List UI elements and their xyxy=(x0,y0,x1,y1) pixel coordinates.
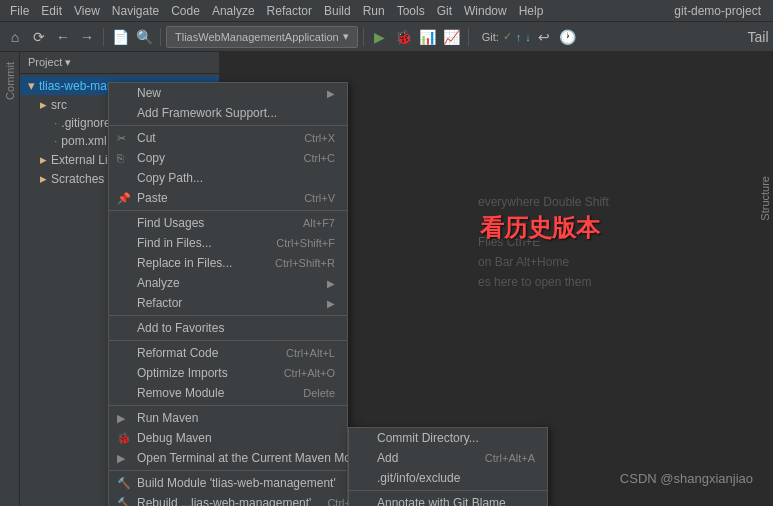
menu-refactor[interactable]: Refactor xyxy=(261,2,318,20)
menu-paste-label: Paste xyxy=(137,191,168,205)
menu-add-framework-label: Add Framework Support... xyxy=(137,106,277,120)
paste-icon: 📌 xyxy=(117,192,131,205)
menu-window[interactable]: Window xyxy=(458,2,513,20)
menu-add-favorites[interactable]: Add to Favorites xyxy=(109,318,347,338)
menu-reformat[interactable]: Reformat Code Ctrl+Alt+L xyxy=(109,343,347,363)
run-btn[interactable]: ▶ xyxy=(369,26,391,48)
find-files-shortcut: Ctrl+Shift+F xyxy=(276,237,335,249)
menu-new[interactable]: New ▶ xyxy=(109,83,347,103)
menu-replace-files[interactable]: Replace in Files... Ctrl+Shift+R xyxy=(109,253,347,273)
menu-copy-path-label: Copy Path... xyxy=(137,171,203,185)
menu-find-files[interactable]: Find in Files... Ctrl+Shift+F xyxy=(109,233,347,253)
sep-3 xyxy=(109,315,347,316)
git-exclude-label: .git/info/exclude xyxy=(377,471,460,485)
menu-find-files-label: Find in Files... xyxy=(137,236,212,250)
menu-refactor[interactable]: Refactor ▶ xyxy=(109,293,347,313)
git-add-shortcut: Ctrl+Alt+A xyxy=(485,452,535,464)
sep-4 xyxy=(109,340,347,341)
menu-paste[interactable]: 📌 Paste Ctrl+V xyxy=(109,188,347,208)
toolbar-sync-btn[interactable]: ⟳ xyxy=(28,26,50,48)
git-add[interactable]: Add Ctrl+Alt+A xyxy=(349,448,547,468)
menu-code[interactable]: Code xyxy=(165,2,206,20)
debug-btn[interactable]: 🐞 xyxy=(393,26,415,48)
coverage-btn[interactable]: 📊 xyxy=(417,26,439,48)
toolbar-redo-btn[interactable]: → xyxy=(76,26,98,48)
optimize-shortcut: Ctrl+Alt+O xyxy=(284,367,335,379)
menu-reformat-label: Reformat Code xyxy=(137,346,218,360)
profile-btn[interactable]: 📈 xyxy=(441,26,463,48)
menu-debug-maven[interactable]: 🐞 Debug Maven xyxy=(109,428,347,448)
build-icon: 🔨 xyxy=(117,477,131,490)
menu-file[interactable]: File xyxy=(4,2,35,20)
menu-cut[interactable]: ✂ Cut Ctrl+X xyxy=(109,128,347,148)
menu-analyze[interactable]: Analyze xyxy=(206,2,261,20)
menu-run-maven[interactable]: ▶ Run Maven xyxy=(109,408,347,428)
menu-remove-label: Remove Module xyxy=(137,386,224,400)
sep-1 xyxy=(109,125,347,126)
git-up-icon: ↑ xyxy=(516,31,522,43)
toolbar-home-btn[interactable]: ⌂ xyxy=(4,26,26,48)
git-status: Git: ✓ ↑ ↓ xyxy=(482,30,531,43)
menu-help[interactable]: Help xyxy=(513,2,550,20)
git-annotate[interactable]: Annotate with Git Blame xyxy=(349,493,547,506)
toolbar-sep-2 xyxy=(160,28,161,46)
main-context-menu: New ▶ Add Framework Support... ✂ Cut Ctr… xyxy=(108,82,348,506)
git-sep-1 xyxy=(349,490,547,491)
tail-btn[interactable]: Tail xyxy=(747,26,769,48)
analyze-arrow: ▶ xyxy=(327,278,335,289)
copy-icon: ⎘ xyxy=(117,152,124,164)
menu-new-label: New xyxy=(137,86,161,100)
remove-shortcut: Delete xyxy=(303,387,335,399)
reformat-shortcut: Ctrl+Alt+L xyxy=(286,347,335,359)
sep-5 xyxy=(109,405,347,406)
history-btn[interactable]: 🕐 xyxy=(557,26,579,48)
window-title: git-demo-project xyxy=(674,4,769,18)
menu-bar: File Edit View Navigate Code Analyze Ref… xyxy=(0,0,773,22)
cut-shortcut: Ctrl+X xyxy=(304,132,335,144)
toolbar-file-btn[interactable]: 📄 xyxy=(109,26,131,48)
menu-remove-module[interactable]: Remove Module Delete xyxy=(109,383,347,403)
menu-git[interactable]: Git xyxy=(431,2,458,20)
watermark: CSDN @shangxianjiao xyxy=(620,471,753,486)
refactor-arrow: ▶ xyxy=(327,298,335,309)
app-selector[interactable]: TliasWebManagementApplication ▾ xyxy=(166,26,358,48)
toolbar-sep-1 xyxy=(103,28,104,46)
menu-find-usages[interactable]: Find Usages Alt+F7 xyxy=(109,213,347,233)
chevron-down-icon: ▾ xyxy=(343,30,349,43)
menu-edit[interactable]: Edit xyxy=(35,2,68,20)
menu-open-terminal[interactable]: ▶ Open Terminal at the Current Maven Mod… xyxy=(109,448,347,468)
menu-analyze-label: Analyze xyxy=(137,276,180,290)
menu-navigate[interactable]: Navigate xyxy=(106,2,165,20)
menu-rebuild-label: Rebuild ...lias-web-management' xyxy=(137,496,311,506)
menu-refactor-label: Refactor xyxy=(137,296,182,310)
menu-build-module[interactable]: 🔨 Build Module 'tlias-web-management' xyxy=(109,473,347,493)
git-check-icon: ✓ xyxy=(503,30,512,43)
menu-analyze[interactable]: Analyze ▶ xyxy=(109,273,347,293)
menu-add-favorites-label: Add to Favorites xyxy=(137,321,224,335)
menu-optimize-imports[interactable]: Optimize Imports Ctrl+Alt+O xyxy=(109,363,347,383)
git-commit-dir[interactable]: Commit Directory... xyxy=(349,428,547,448)
rollback-btn[interactable]: ↩ xyxy=(533,26,555,48)
menu-add-framework[interactable]: Add Framework Support... xyxy=(109,103,347,123)
context-menu-overlay: New ▶ Add Framework Support... ✂ Cut Ctr… xyxy=(0,52,773,506)
menu-build[interactable]: Build xyxy=(318,2,357,20)
menu-rebuild[interactable]: 🔨 Rebuild ...lias-web-management' Ctrl+S… xyxy=(109,493,347,506)
toolbar: ⌂ ⟳ ← → 📄 🔍 TliasWebManagementApplicatio… xyxy=(0,22,773,52)
app-selector-label: TliasWebManagementApplication xyxy=(175,31,339,43)
menu-run[interactable]: Run xyxy=(357,2,391,20)
menu-cut-label: Cut xyxy=(137,131,156,145)
sep-6 xyxy=(109,470,347,471)
menu-view[interactable]: View xyxy=(68,2,106,20)
toolbar-search-btn[interactable]: 🔍 xyxy=(133,26,155,48)
git-add-label: Add xyxy=(377,451,398,465)
menu-copy[interactable]: ⎘ Copy Ctrl+C xyxy=(109,148,347,168)
menu-tools[interactable]: Tools xyxy=(391,2,431,20)
toolbar-undo-btn[interactable]: ← xyxy=(52,26,74,48)
arrow-icon: ▶ xyxy=(327,88,335,99)
toolbar-sep-3 xyxy=(363,28,364,46)
menu-copy-path[interactable]: Copy Path... xyxy=(109,168,347,188)
git-commit-dir-label: Commit Directory... xyxy=(377,431,479,445)
terminal-icon: ▶ xyxy=(117,452,125,465)
menu-build-label: Build Module 'tlias-web-management' xyxy=(137,476,336,490)
git-exclude[interactable]: .git/info/exclude xyxy=(349,468,547,488)
